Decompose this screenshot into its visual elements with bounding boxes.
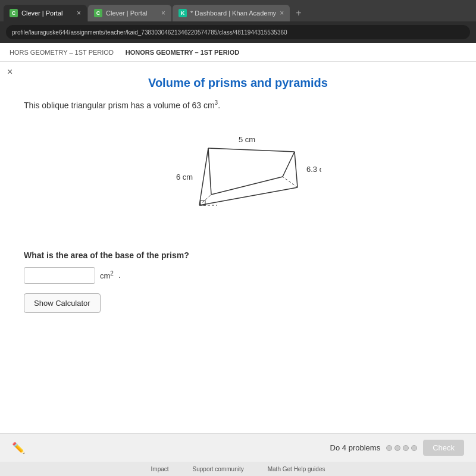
tabs-bar: C Clever | Portal × C Clever | Portal × …: [0, 0, 476, 21]
footer-impact[interactable]: Impact: [151, 466, 169, 472]
address-bar: profile/lauraguske644/assignments/teache…: [0, 21, 476, 43]
do-problems: Do 4 problems Check: [330, 440, 464, 456]
problem-title: Volume of prisms and pyramids: [24, 76, 452, 90]
question-text: What is the area of the base of the pris…: [24, 250, 452, 260]
address-text: profile/lauraguske644/assignments/teache…: [12, 29, 287, 36]
unit-superscript: 2: [110, 270, 114, 277]
page-content: HORS GEOMETRY – 1ST PERIOD HONORS GEOMET…: [0, 43, 476, 476]
period: .: [118, 271, 121, 280]
unit-label: cm2: [100, 270, 114, 280]
do-problems-label: Do 4 problems: [330, 443, 381, 452]
diagram-container: 5 cm 6 cm 6.3 cm: [24, 117, 452, 239]
tab-2-label: Clever | Portal: [106, 10, 148, 17]
tab-add-button[interactable]: +: [291, 5, 306, 21]
close-button[interactable]: ×: [7, 67, 12, 77]
clever-icon-1: C: [10, 9, 18, 17]
khan-icon: K: [178, 9, 187, 17]
clever-icon-2: C: [94, 9, 102, 17]
tab-2[interactable]: C Clever | Portal ×: [88, 5, 171, 21]
browser-chrome: C Clever | Portal × C Clever | Portal × …: [0, 0, 476, 43]
label-5cm: 5 cm: [239, 135, 255, 144]
tab-1-close[interactable]: ×: [77, 9, 81, 17]
bottom-front-edge: [199, 187, 298, 205]
address-field[interactable]: profile/lauraguske644/assignments/teache…: [6, 25, 470, 39]
tab-3-close[interactable]: ×: [280, 9, 284, 17]
nav-bar: HORS GEOMETRY – 1ST PERIOD HONORS GEOMET…: [0, 43, 476, 62]
bottom-bar: ✏️ Do 4 problems Check: [0, 433, 476, 462]
answer-input[interactable]: [24, 267, 95, 284]
footer-links: Impact Support community Math Get Help g…: [0, 462, 476, 476]
hidden-right-edge: [283, 177, 298, 187]
tab-1[interactable]: C Clever | Portal ×: [4, 5, 87, 21]
dot-2: [394, 445, 400, 451]
back-left-top: [208, 148, 211, 195]
top-edge: [208, 148, 295, 152]
assignment-title-bar: ×: [0, 62, 476, 64]
tab-3[interactable]: K * Dashboard | Khan Academy ×: [173, 5, 290, 21]
dot-3: [403, 445, 409, 451]
nav-link-2[interactable]: HONORS GEOMETRY – 1ST PERIOD: [126, 49, 239, 56]
label-6cm: 6 cm: [176, 173, 193, 181]
label-6-3cm: 6.3 cm: [306, 165, 321, 174]
show-calculator-button[interactable]: Show Calculator: [24, 293, 101, 313]
right-edge: [295, 152, 298, 187]
prism-svg: 5 cm 6 cm 6.3 cm: [155, 117, 321, 236]
back-right-edge: [283, 152, 295, 177]
check-button[interactable]: Check: [423, 440, 464, 456]
progress-dots: [386, 445, 417, 451]
dot-4: [411, 445, 417, 451]
dot-1: [386, 445, 392, 451]
tab-1-label: Clever | Portal: [21, 10, 63, 17]
problem-text: This oblique triangular prism has a volu…: [24, 99, 452, 110]
footer-info[interactable]: Math Get Help guides: [268, 466, 325, 472]
nav-link-1[interactable]: HORS GEOMETRY – 1ST PERIOD: [10, 49, 114, 56]
prism-diagram: 5 cm 6 cm 6.3 cm: [155, 117, 321, 239]
tab-2-close[interactable]: ×: [161, 9, 165, 17]
left-edge: [199, 148, 208, 205]
tab-3-label: * Dashboard | Khan Academy: [190, 10, 276, 17]
main-area: Volume of prisms and pyramids This obliq…: [0, 64, 476, 433]
answer-row: cm2 .: [24, 267, 452, 284]
footer-support[interactable]: Support community: [193, 466, 244, 472]
pencil-icon: ✏️: [12, 441, 25, 455]
